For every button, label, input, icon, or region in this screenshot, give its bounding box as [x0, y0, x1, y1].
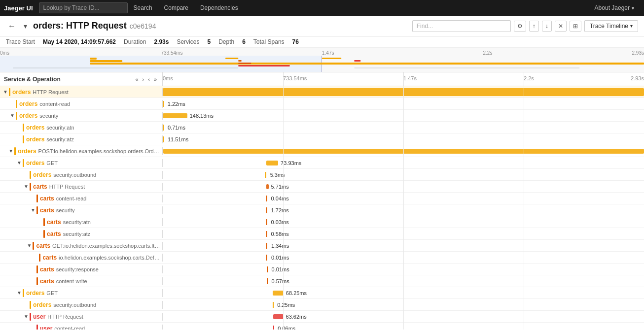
span-tick: [163, 101, 164, 107]
trace-id-input[interactable]: [39, 2, 128, 13]
trace-header: ← ▾ orders: HTTP Request c0e6194 ⚙ ↑ ↓ ✕…: [0, 16, 644, 36]
span-timeline-cell[interactable]: 73.93ms: [163, 157, 644, 169]
span-toggle-icon[interactable]: ▼: [9, 113, 16, 118]
timeline-divider-line: [524, 252, 524, 264]
span-timeline-cell[interactable]: [163, 86, 644, 98]
tl-label-0: 0ms: [163, 75, 173, 81]
span-toggle-icon[interactable]: ▼: [23, 314, 30, 319]
span-timeline-cell[interactable]: 0.25ms: [163, 299, 644, 311]
span-timeline-cell[interactable]: 0.03ms: [163, 216, 644, 228]
back-button[interactable]: ←: [6, 21, 18, 32]
span-color-indicator: [23, 124, 24, 132]
span-label-cell: ▼userHTTP Request: [0, 313, 163, 321]
find-close-icon[interactable]: ✕: [555, 21, 567, 32]
span-toggle-icon[interactable]: ▼: [26, 243, 33, 248]
span-row[interactable]: cartssecurity:atn0.03ms: [0, 216, 644, 228]
span-row[interactable]: ▼userHTTP Request63.62ms: [0, 311, 644, 323]
span-timeline-cell[interactable]: 0.57ms: [163, 275, 644, 287]
span-timeline-cell[interactable]: 5.3ms: [163, 169, 644, 181]
expand-all-icon[interactable]: «: [134, 75, 140, 83]
span-timeline-cell[interactable]: 2.79s: [163, 145, 644, 157]
span-row[interactable]: cartsio.helidon.examples.sockshop.carts.…: [0, 252, 644, 264]
span-timeline-cell[interactable]: 5.71ms: [163, 181, 644, 193]
span-row[interactable]: ▼ordersGET73.93ms: [0, 157, 644, 169]
span-row[interactable]: orderssecurity:atn0.71ms: [0, 122, 644, 133]
span-row[interactable]: cartscontent-read0.04ms: [0, 193, 644, 204]
span-toggle-icon[interactable]: ▼: [23, 184, 30, 189]
compare-button[interactable]: Compare: [158, 0, 194, 16]
span-row[interactable]: orderssecurity:atz11.51ms: [0, 133, 644, 145]
span-toggle-icon[interactable]: ▼: [16, 290, 23, 296]
span-toggle-icon[interactable]: ▼: [7, 148, 14, 154]
span-row[interactable]: orderssecurity:outbound5.3ms: [0, 169, 644, 181]
trace-timeline-button[interactable]: Trace Timeline ▾: [584, 20, 638, 32]
span-row[interactable]: ▼ordersHTTP Request: [0, 86, 644, 98]
spans-list[interactable]: ▼ordersHTTP Requestorderscontent-read1.2…: [0, 86, 644, 330]
span-toggle-icon[interactable]: ▼: [2, 89, 9, 95]
expand-one-icon[interactable]: ‹: [146, 75, 151, 83]
span-row[interactable]: ▼orderssecurity148.13ms: [0, 110, 644, 122]
span-row[interactable]: usercontent-read0.06ms: [0, 323, 644, 330]
span-row[interactable]: ▼cartsGET:io.helidon.examples.sockshop.c…: [0, 240, 644, 252]
span-tick: [273, 326, 274, 330]
span-timeline-cell[interactable]: 63.62ms: [163, 311, 644, 323]
span-timeline-cell[interactable]: 1.72ms: [163, 204, 644, 216]
timeline-divider-line: [403, 311, 404, 323]
span-timeline-cell[interactable]: 0.01ms: [163, 252, 644, 264]
span-duration-label: 0.06ms: [278, 326, 295, 330]
span-timeline-cell[interactable]: 0.01ms: [163, 264, 644, 275]
timeline-divider-line: [403, 110, 404, 122]
timeline-divider-line: [524, 275, 524, 287]
collapse-button[interactable]: ▾: [22, 21, 29, 31]
span-tick: [273, 302, 274, 308]
span-operation: security:atz: [63, 231, 91, 237]
timeline-divider-line: [283, 98, 284, 110]
span-timeline-cell[interactable]: 11.51ms: [163, 133, 644, 145]
graph-icon[interactable]: ⊞: [570, 21, 581, 32]
span-color-indicator: [30, 301, 31, 309]
span-operation: security:response: [56, 266, 99, 272]
search-button[interactable]: Search: [128, 0, 158, 16]
span-timeline-cell[interactable]: 68.25ms: [163, 287, 644, 299]
find-input[interactable]: [412, 20, 511, 32]
span-timeline-cell[interactable]: 0.58ms: [163, 228, 644, 240]
span-row[interactable]: orderscontent-read1.22ms: [0, 98, 644, 110]
span-row[interactable]: cartssecurity:response0.01ms: [0, 264, 644, 275]
span-row[interactable]: cartscontent-write0.57ms: [0, 275, 644, 287]
span-toggle-icon[interactable]: ▼: [16, 160, 23, 165]
trace-search-bar: ⚙ ↑ ↓ ✕ ⊞ Trace Timeline ▾: [412, 20, 638, 32]
find-settings-icon[interactable]: ⚙: [514, 21, 526, 32]
top-nav: Jaeger UI Search Compare Dependencies Ab…: [0, 0, 644, 16]
about-button[interactable]: About Jaeger ▾: [589, 0, 640, 16]
span-bar: [273, 291, 284, 296]
collapse-one-icon[interactable]: ›: [141, 75, 146, 83]
find-prev-icon[interactable]: ↑: [529, 21, 539, 32]
span-color-indicator: [23, 159, 24, 167]
span-color-indicator: [36, 277, 38, 285]
span-row[interactable]: ▼ordersPOST:io.helidon.examples.sockshop…: [0, 145, 644, 157]
span-row[interactable]: ▼ordersGET68.25ms: [0, 287, 644, 299]
span-color-indicator: [30, 313, 31, 321]
span-row[interactable]: cartssecurity:atz0.58ms: [0, 228, 644, 240]
span-timeline-cell[interactable]: 1.34ms: [163, 240, 644, 252]
span-timeline-cell[interactable]: 0.71ms: [163, 122, 644, 133]
span-service-name: orders: [12, 89, 31, 96]
span-toggle-icon[interactable]: ▼: [30, 207, 36, 213]
minimap[interactable]: 0ms 733.54ms 1.47s 2.2s 2.93s: [0, 48, 644, 72]
span-service-name: carts: [40, 207, 54, 214]
dependencies-button[interactable]: Dependencies: [194, 0, 244, 16]
collapse-all-icon[interactable]: »: [152, 75, 158, 83]
span-bar: [273, 314, 284, 319]
span-timeline-cell[interactable]: 0.06ms: [163, 323, 644, 330]
svg-rect-5: [238, 63, 251, 64]
find-next-icon[interactable]: ↓: [542, 21, 552, 32]
span-timeline-cell[interactable]: 0.04ms: [163, 193, 644, 204]
svg-rect-8: [354, 60, 360, 62]
span-row[interactable]: ▼cartsHTTP Request5.71ms: [0, 181, 644, 193]
span-row[interactable]: orderssecurity:outbound0.25ms: [0, 299, 644, 311]
timeline-divider-line: [403, 264, 404, 275]
span-row[interactable]: ▼cartssecurity1.72ms: [0, 204, 644, 216]
tl-label-1: 733.54ms: [283, 75, 307, 81]
span-timeline-cell[interactable]: 148.13ms: [163, 110, 644, 122]
span-timeline-cell[interactable]: 1.22ms: [163, 98, 644, 110]
